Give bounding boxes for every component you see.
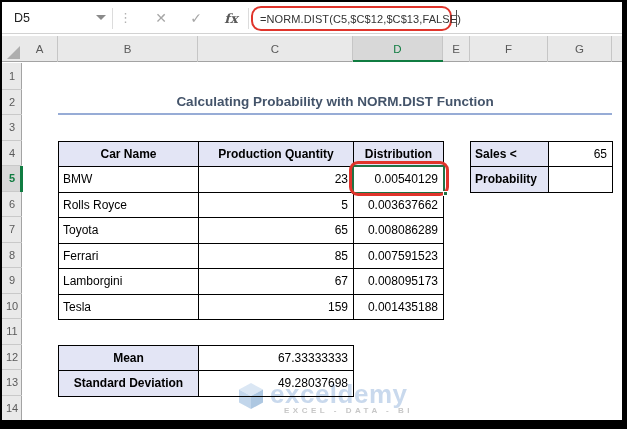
table-cell[interactable]: Rolls Royce (59, 193, 199, 219)
sheet-title: Calculating Probability with NORM.DIST F… (58, 90, 612, 113)
row-header-3[interactable]: 3 (2, 115, 22, 141)
divider (248, 8, 249, 29)
table-cell[interactable]: Sales < (471, 142, 549, 168)
table-cell[interactable]: 0.003637662 (354, 193, 444, 219)
table-cell[interactable]: 0.008095173 (354, 269, 444, 295)
mean-stdev-table: Mean 67.33333333 Standard Deviation 49.2… (58, 345, 354, 397)
selected-column-underline (353, 60, 443, 62)
insert-function-fx-icon[interactable]: fx (220, 9, 242, 29)
row-header-7[interactable]: 7 (2, 217, 22, 243)
text-caret (456, 10, 457, 27)
formula-highlight-annotation: =NORM.DIST(C5,$C$12,$C$13,FALSE) (251, 6, 452, 31)
row-header-11[interactable]: 11 (2, 319, 22, 345)
table-cell[interactable]: 0.001435188 (354, 295, 444, 321)
table-cell[interactable]: 159 (199, 295, 354, 321)
column-header-D[interactable]: D (353, 36, 443, 62)
select-all-corner[interactable] (7, 46, 20, 59)
excel-window: D5 ⋮ ✕ ✓ fx =NORM.DIST(C5,$C$12,$C$13,FA… (0, 0, 627, 429)
formula-input[interactable]: =NORM.DIST(C5,$C$12,$C$13,FALSE) (260, 13, 461, 25)
row-header-13[interactable]: 13 (2, 370, 22, 396)
row-header-2[interactable]: 2 (2, 90, 22, 116)
row-header-1[interactable]: 1 (2, 64, 22, 90)
table-cell[interactable]: Toyota (59, 218, 199, 244)
table-cell[interactable]: Standard Deviation (59, 371, 199, 397)
row-header-8[interactable]: 8 (2, 243, 22, 269)
table-cell[interactable] (549, 167, 613, 193)
row-header-6[interactable]: 6 (2, 192, 22, 218)
cell-highlight-annotation (349, 161, 449, 196)
table-cell[interactable]: BMW (59, 167, 199, 193)
table-cell[interactable]: 85 (199, 244, 354, 270)
table-header-cell[interactable]: Production Quantity (199, 142, 354, 168)
row-header-4[interactable]: 4 (2, 141, 22, 167)
table-cell[interactable]: Ferrari (59, 244, 199, 270)
table-cell[interactable]: Lamborgini (59, 269, 199, 295)
title-underline (58, 113, 612, 116)
table-cell[interactable]: 5 (199, 193, 354, 219)
row-header-12[interactable]: 12 (2, 345, 22, 371)
divider (112, 8, 113, 29)
enter-check-icon[interactable]: ✓ (185, 9, 207, 29)
column-header-A[interactable]: A (22, 36, 58, 62)
table-header-cell[interactable]: Car Name (59, 142, 199, 168)
table-cell[interactable]: 67.33333333 (199, 346, 354, 372)
frame-bottom (0, 420, 627, 429)
namebox-dropdown-icon[interactable] (96, 15, 106, 20)
table-cell[interactable]: 23 (199, 167, 354, 193)
column-header-C[interactable]: C (198, 36, 353, 62)
frame-top (0, 0, 627, 2)
frame-left (0, 0, 2, 429)
name-box[interactable]: D5 (14, 11, 30, 25)
formula-bar: D5 ⋮ ✕ ✓ fx =NORM.DIST(C5,$C$12,$C$13,FA… (2, 2, 622, 34)
selected-row-bar (20, 166, 23, 192)
frame-right (622, 0, 627, 429)
row-header-9[interactable]: 9 (2, 268, 22, 294)
table-cell[interactable]: 65 (199, 218, 354, 244)
row-header-10[interactable]: 10 (2, 294, 22, 320)
column-header-G[interactable]: G (548, 36, 612, 62)
selection-fill-handle[interactable] (443, 191, 448, 196)
table-cell[interactable]: Tesla (59, 295, 199, 321)
sales-probability-table: Sales < 65 Probability (470, 141, 613, 193)
table-cell[interactable]: 67 (199, 269, 354, 295)
table-cell[interactable]: 0.008086289 (354, 218, 444, 244)
watermark-tagline: EXCEL - DATA - BI (284, 406, 413, 415)
table-cell[interactable]: 65 (549, 142, 613, 168)
drag-dots-icon: ⋮ (119, 9, 132, 27)
column-header-F[interactable]: F (470, 36, 548, 62)
column-header-B[interactable]: B (58, 36, 198, 62)
column-header-E[interactable]: E (443, 36, 470, 62)
row-header-5[interactable]: 5 (2, 166, 22, 192)
table-cell[interactable]: 0.007591523 (354, 244, 444, 270)
cancel-x-icon[interactable]: ✕ (150, 9, 172, 29)
table-cell[interactable]: Mean (59, 346, 199, 372)
table-cell[interactable]: Probability (471, 167, 549, 193)
row-header-14[interactable]: 14 (2, 396, 22, 422)
table-cell[interactable]: 49.28037698 (199, 371, 354, 397)
